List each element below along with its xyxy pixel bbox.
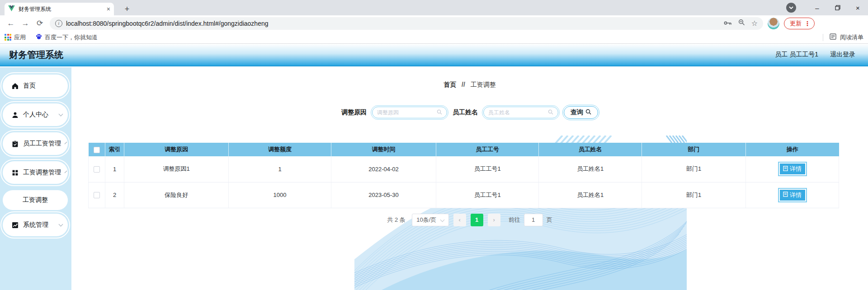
- cell-emp-no: 员工工号1: [436, 182, 539, 208]
- page-suffix: 页: [547, 216, 552, 224]
- name-input[interactable]: [488, 109, 548, 116]
- window-restore-button[interactable]: [827, 0, 848, 15]
- document-icon: [783, 192, 788, 198]
- clipboard-check-icon: [12, 140, 19, 147]
- zoom-out-icon[interactable]: [738, 19, 745, 28]
- tab-close-icon[interactable]: ×: [107, 5, 110, 13]
- tab-title: 财务管理系统: [19, 5, 103, 13]
- new-tab-button[interactable]: +: [121, 3, 133, 15]
- row-checkbox[interactable]: [94, 192, 100, 198]
- table-header-row: 索引 调整原因 调整额度 调整时间 员工工号 员工姓名 部门 操作: [89, 143, 839, 156]
- table-row: 1 调整原因1 1 2022-04-02 员工工号1 员工姓名1 部门1: [89, 156, 839, 182]
- search-icon: [585, 109, 591, 116]
- salary-adjust-table: 索引 调整原因 调整额度 调整时间 员工工号 员工姓名 部门 操作 1 调整原: [88, 143, 839, 208]
- main-content: 首页 // 工资调整 调整原因 员工姓名: [71, 67, 868, 290]
- window-minimize-button[interactable]: –: [807, 0, 827, 15]
- prev-page-button[interactable]: ‹: [453, 214, 466, 226]
- cell-dept: 部门1: [642, 156, 746, 182]
- search-bar: 调整原因 员工姓名 查询: [71, 106, 868, 119]
- total-count: 共 2 条: [387, 216, 405, 224]
- browser-toolbar: ← → ⟳ i localhost:8080/springbootqc6r2/a…: [0, 15, 868, 31]
- col-dept: 部门: [642, 143, 746, 156]
- breadcrumb-home[interactable]: 首页: [443, 81, 456, 88]
- cell-amount: 1: [229, 156, 331, 182]
- query-button[interactable]: 查询: [564, 106, 598, 119]
- page-size-select[interactable]: 10条/页: [412, 214, 449, 226]
- reason-input-wrap: [372, 107, 447, 118]
- sidebar-item-system-management[interactable]: 系统管理: [3, 214, 68, 236]
- cell-dept: 部门1: [642, 182, 746, 208]
- reason-input[interactable]: [377, 109, 437, 116]
- detail-button[interactable]: 详情: [778, 162, 807, 176]
- chevron-down-icon: [59, 222, 63, 226]
- cell-reason: 调整原因1: [124, 156, 229, 182]
- breadcrumb: 首页 // 工资调整: [71, 81, 868, 89]
- site-info-icon[interactable]: i: [55, 20, 62, 27]
- window-close-button[interactable]: ×: [848, 0, 868, 15]
- search-icon: [437, 108, 442, 117]
- document-icon: [783, 166, 788, 173]
- browser-tab[interactable]: 财务管理系统 ×: [5, 3, 114, 15]
- name-input-wrap: [483, 107, 558, 118]
- name-label: 员工姓名: [453, 108, 478, 117]
- logout-link[interactable]: 退出登录: [830, 51, 855, 59]
- goto-page-input[interactable]: [524, 214, 543, 226]
- cell-emp-name: 员工姓名1: [539, 156, 642, 182]
- bookmark-star-icon[interactable]: ☆: [751, 19, 758, 28]
- sidebar: 首页 个人中心 员工工资管理 工资调整管理: [0, 67, 71, 290]
- screen: 财务管理系统 × + – × ← → ⟳ i localhost:8080/sp…: [0, 0, 868, 290]
- sidebar-item-salary-adjust-management[interactable]: 工资调整管理: [3, 161, 68, 184]
- bookmarks-bar: 应用 百度一下，你就知道 阅读清单: [0, 31, 868, 44]
- back-icon[interactable]: ←: [4, 19, 18, 28]
- forward-icon[interactable]: →: [18, 19, 33, 28]
- bookmark-apps[interactable]: 应用: [5, 33, 26, 42]
- search-icon: [548, 108, 553, 117]
- col-reason: 调整原因: [124, 143, 229, 156]
- chevron-down-icon: [440, 218, 445, 222]
- browser-menu-icon[interactable]: ⋮: [804, 20, 811, 27]
- select-all-checkbox[interactable]: [94, 147, 100, 153]
- chevron-down-icon: [65, 141, 67, 144]
- detail-button[interactable]: 详情: [778, 188, 807, 202]
- col-index: 索引: [105, 143, 124, 156]
- download-status-icon[interactable]: [786, 3, 796, 13]
- app-title: 财务管理系统: [9, 49, 63, 61]
- row-checkbox[interactable]: [94, 166, 100, 173]
- bookmark-baidu[interactable]: 百度一下，你就知道: [36, 33, 98, 42]
- reading-list-label[interactable]: 阅读清单: [840, 33, 863, 42]
- refresh-icon[interactable]: ⟳: [33, 19, 47, 28]
- profile-avatar[interactable]: [768, 18, 779, 29]
- grid-icon: [12, 169, 19, 176]
- sidebar-item-salary-management[interactable]: 员工工资管理: [3, 132, 68, 155]
- home-icon: [12, 83, 19, 89]
- url-text[interactable]: localhost:8080/springbootqc6r2/admin/dis…: [66, 20, 720, 27]
- current-page-button[interactable]: 1: [471, 214, 483, 226]
- apps-grid-icon: [5, 34, 11, 41]
- col-emp-name: 员工姓名: [539, 143, 642, 156]
- cell-amount: 1000: [229, 182, 331, 208]
- current-user-label: 员工 员工工号1: [775, 51, 818, 59]
- address-bar[interactable]: i localhost:8080/springbootqc6r2/admin/d…: [50, 17, 763, 30]
- breadcrumb-separator: //: [462, 81, 465, 88]
- reason-label: 调整原因: [341, 108, 367, 117]
- col-emp-no: 员工工号: [436, 143, 539, 156]
- reading-list-icon: [830, 33, 836, 41]
- sidebar-item-home[interactable]: 首页: [3, 75, 68, 97]
- chrome-update-button[interactable]: 更新 ⋮: [784, 18, 815, 29]
- sidebar-item-salary-adjust[interactable]: 工资调整: [3, 190, 68, 210]
- sidebar-item-personal-center[interactable]: 个人中心: [3, 103, 68, 126]
- col-amount: 调整额度: [229, 143, 331, 156]
- next-page-button[interactable]: ›: [488, 214, 500, 226]
- vue-favicon-icon: [8, 5, 15, 13]
- chevron-down-icon: [59, 112, 63, 116]
- pagination: 共 2 条 10条/页 ‹ 1 › 前往 页: [71, 214, 868, 226]
- app-header: 财务管理系统 员工 员工工号1 退出登录: [0, 44, 868, 66]
- cell-emp-no: 员工工号1: [436, 156, 539, 182]
- cell-index: 2: [105, 182, 124, 208]
- chevron-down-icon: [65, 170, 67, 173]
- cell-reason: 保险良好: [124, 182, 229, 208]
- cell-date: 2023-05-30: [331, 182, 436, 208]
- goto-label: 前往: [509, 216, 520, 224]
- col-date: 调整时间: [331, 143, 436, 156]
- password-key-icon[interactable]: [724, 19, 732, 28]
